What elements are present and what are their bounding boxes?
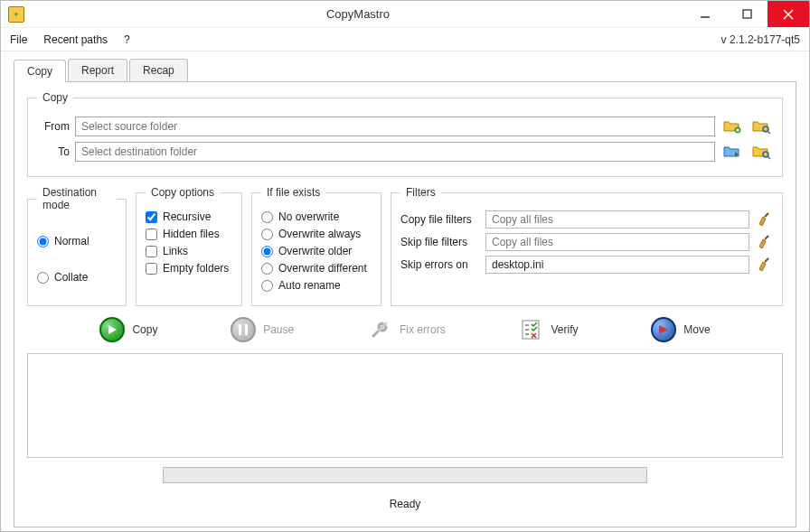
menu-file[interactable]: File (10, 33, 27, 46)
radio-no-overwrite[interactable]: No overwrite (261, 210, 372, 223)
action-bar: Copy Pause Fix errors Verify Move (27, 315, 783, 344)
close-button[interactable] (768, 1, 809, 27)
tab-copy[interactable]: Copy (14, 60, 66, 82)
action-copy[interactable]: Copy (99, 317, 157, 342)
skip-errors-input[interactable] (485, 256, 749, 274)
copy-filter-clear-button[interactable] (755, 210, 773, 229)
folder-open-icon (722, 118, 742, 135)
group-destination-mode: Destination mode Normal Collate (27, 186, 127, 306)
status-text: Ready (27, 492, 783, 516)
menu-recent-paths[interactable]: Recent paths (43, 33, 108, 46)
check-empty-folders[interactable]: Empty folders (146, 262, 232, 275)
radio-overwrite-always[interactable]: Overwrite always (261, 228, 372, 240)
version-label: v 2.1.2-b177-qt5 (721, 33, 800, 46)
action-fix-errors[interactable]: Fix errors (367, 317, 446, 342)
action-verify[interactable]: Verify (518, 317, 578, 342)
group-filters: Filters Copy file filters Skip file filt… (391, 186, 783, 306)
radio-normal[interactable]: Normal (37, 235, 117, 247)
tabs: Copy Report Recap (14, 59, 796, 81)
options-row: Destination mode Normal Collate Copy opt… (27, 186, 783, 306)
to-input[interactable] (75, 142, 715, 162)
svg-line-11 (765, 258, 768, 262)
action-move[interactable]: Move (651, 317, 710, 342)
app-window: ✦ CopyMastro File Recent paths ? v 2.1.2… (0, 0, 810, 532)
copy-filter-label: Copy file filters (400, 213, 480, 226)
to-label: To (37, 145, 70, 158)
svg-rect-12 (239, 324, 241, 335)
svg-rect-13 (245, 324, 248, 335)
minimize-button[interactable] (684, 1, 726, 27)
skip-filter-input[interactable] (485, 233, 749, 251)
skip-filter-label: Skip file filters (400, 236, 480, 248)
check-links[interactable]: Links (146, 245, 232, 257)
folder-blue-icon (722, 144, 742, 160)
radio-overwrite-older[interactable]: Overwrite older (261, 245, 372, 257)
legend-copy-options: Copy options (146, 186, 220, 199)
menu-help[interactable]: ? (124, 33, 130, 46)
window-title: CopyMastro (32, 7, 684, 21)
from-label: From (37, 120, 70, 133)
radio-collate[interactable]: Collate (37, 271, 117, 284)
check-recursive[interactable]: Recursive (146, 210, 232, 223)
legend-filters: Filters (400, 186, 441, 199)
from-input[interactable] (75, 117, 715, 136)
row-skip-filter: Skip file filters (400, 233, 773, 251)
svg-rect-1 (743, 10, 751, 18)
app-icon: ✦ (8, 6, 24, 23)
legend-if-exists: If file exists (261, 186, 325, 199)
svg-line-10 (765, 236, 768, 239)
svg-line-6 (768, 131, 770, 134)
progress-bar (163, 467, 647, 483)
radio-overwrite-different[interactable]: Overwrite different (261, 262, 372, 275)
titlebar: ✦ CopyMastro (1, 1, 809, 28)
skip-filter-clear-button[interactable] (755, 233, 773, 251)
play-icon (99, 317, 125, 342)
legend-dest-mode: Destination mode (37, 186, 117, 211)
to-browse-button[interactable] (721, 142, 744, 162)
group-copy-options: Copy options Recursive Hidden files Link… (136, 186, 242, 306)
row-from: From (37, 117, 773, 136)
minimize-icon (700, 9, 711, 20)
group-if-file-exists: If file exists No overwrite Overwrite al… (251, 186, 381, 306)
folder-search-icon (751, 144, 771, 160)
row-skip-errors: Skip errors on (400, 256, 773, 274)
broom-icon (757, 235, 771, 249)
from-browse-button[interactable] (721, 117, 744, 136)
wrench-icon (367, 317, 392, 342)
row-copy-filter: Copy file filters (400, 210, 773, 229)
client-area: Copy Report Recap Copy From To (1, 51, 809, 531)
from-inspect-button[interactable] (749, 117, 773, 136)
svg-line-9 (765, 213, 768, 217)
tab-report[interactable]: Report (68, 59, 127, 81)
move-icon (651, 317, 676, 342)
maximize-icon (742, 9, 752, 19)
maximize-button[interactable] (726, 1, 768, 27)
pause-icon (231, 317, 256, 342)
tab-recap[interactable]: Recap (129, 59, 188, 81)
checklist-icon (518, 317, 543, 342)
menubar: File Recent paths ? v 2.1.2-b177-qt5 (1, 28, 809, 51)
legend-copy: Copy (37, 91, 73, 104)
group-copy-paths: Copy From To (27, 91, 783, 177)
broom-icon (757, 212, 771, 227)
radio-auto-rename[interactable]: Auto rename (261, 279, 372, 292)
log-output (27, 353, 783, 458)
tab-page-copy: Copy From To (14, 81, 796, 527)
to-inspect-button[interactable] (749, 142, 773, 162)
folder-search-icon (751, 118, 771, 135)
check-hidden[interactable]: Hidden files (146, 228, 232, 240)
svg-line-8 (768, 156, 770, 159)
row-to: To (37, 142, 773, 162)
window-buttons (684, 1, 809, 27)
action-pause[interactable]: Pause (231, 317, 294, 342)
skip-errors-label: Skip errors on (400, 258, 480, 271)
copy-filter-input[interactable] (485, 210, 749, 229)
broom-icon (757, 257, 771, 272)
skip-errors-clear-button[interactable] (755, 256, 773, 274)
close-icon (783, 9, 794, 20)
